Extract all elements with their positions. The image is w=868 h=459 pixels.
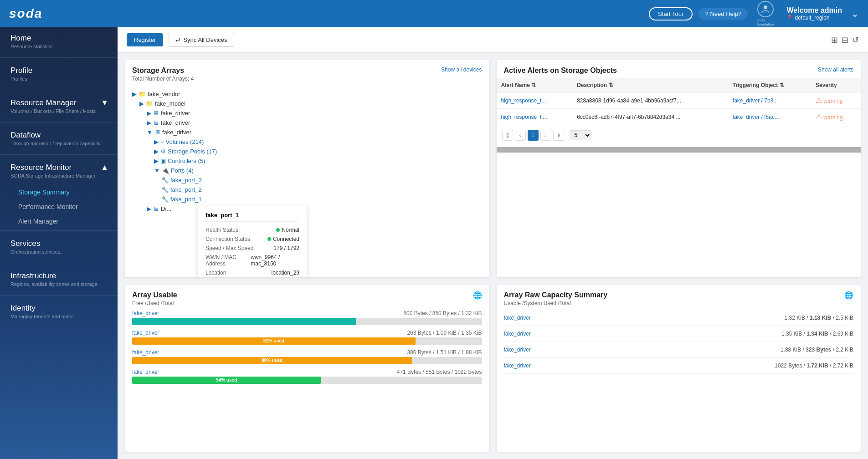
tree-node-port-1[interactable]: 🔧 fake_port_1 (161, 194, 482, 204)
sidebar-item-infrastructure[interactable]: Infrastructure Regions, availability zon… (0, 265, 118, 293)
sync-button[interactable]: ⇄ Sync All Devices (169, 33, 234, 47)
array-raw-capacity-card: Array Raw Capacity Summary Usable /Syste… (497, 285, 861, 452)
controllers-icon: ▣ (160, 158, 166, 164)
refresh-icon[interactable]: ↺ (852, 35, 859, 45)
storage-arrays-title: Storage Arrays (132, 66, 194, 75)
alert-severity-1: ⚠ warning (811, 92, 861, 109)
tooltip-wwn-row: WWN / MAC Address wwn_9964 / mac_8150 (205, 253, 299, 268)
per-page-select[interactable]: 5 10 25 (570, 130, 591, 140)
tree-node-port-3[interactable]: 🔧 fake_port_3 (161, 175, 482, 185)
capacity-driver-2[interactable]: fake_driver (504, 331, 531, 337)
tree-node-controllers[interactable]: ▶ ▣ Controllers (5) (154, 156, 482, 166)
folder-icon: 📁 (146, 100, 153, 107)
tree-node-fake-vendor[interactable]: ▶ 📁 fake_vendor (132, 89, 482, 99)
capacity-size-1: 1.32 KiB / 1.18 KiB / 2.5 KiB (785, 315, 853, 321)
usable-size-2: 263 Bytes / 1.09 KiB / 1.35 KiB (407, 330, 482, 336)
array-raw-capacity-header: Array Raw Capacity Summary Usable /Syste… (497, 285, 861, 310)
storage-arrays-header: Storage Arrays Total Number of Arrays: 4… (125, 60, 489, 86)
tree-node-volumes[interactable]: ▶ ≡ Volumes (214) (154, 137, 482, 147)
device-icon: 🖥 (154, 129, 160, 136)
collapse-icon: ▲ (101, 163, 108, 172)
tooltip-health-row: Health Status: Normal (205, 225, 299, 235)
globe-icon-raw[interactable]: 🌐 (844, 291, 853, 300)
chevron-right-icon: ▶ (154, 138, 159, 145)
alert-trigger-1[interactable]: fake_driver / 7b3... (728, 92, 811, 109)
toolbar: Register ⇄ Sync All Devices ⊞ ⊟ ↺ (118, 27, 868, 53)
tree-node-driver-3[interactable]: ▼ 🖥 fake_driver (147, 128, 482, 137)
alert-trigger-2[interactable]: fake_driver / f6ac... (728, 109, 811, 125)
sidebar-item-storage-summary[interactable]: Storage Summary (9, 185, 118, 199)
alert-name-2[interactable]: high_response_ti... (497, 109, 573, 125)
usable-driver-2[interactable]: fake_driver (132, 330, 159, 336)
tree-node-di[interactable]: ▶ 🖥 Di... (147, 204, 482, 214)
col-alert-name: Alert Name ⇅ (497, 78, 573, 92)
capacity-driver-3[interactable]: fake_driver (504, 347, 531, 353)
storage-arrays-subtitle: Total Number of Arrays: 4 (132, 76, 194, 82)
table-view-icon[interactable]: ⊟ (842, 35, 848, 45)
tree-node-storage-pools[interactable]: ▶ ⚙ Storage Pools (17) (154, 147, 482, 156)
tooltip-title: fake_port_1 (205, 212, 299, 222)
register-button[interactable]: Register (127, 33, 163, 46)
connection-status-dot (267, 237, 271, 241)
alerts-table-header-row: Alert Name ⇅ Description ⇅ Triggering Ob… (497, 78, 861, 92)
divider-3 (0, 122, 118, 122)
alert-row-2: high_response_ti... 6cc0ec6f-ad87-4f97-a… (497, 109, 861, 125)
port-icon: 🔧 (161, 196, 169, 203)
tree-node-port-2[interactable]: 🔧 fake_port_2 (161, 185, 482, 194)
expand-icon: ▼ (101, 98, 108, 107)
globe-icon-usable[interactable]: 🌐 (473, 291, 482, 300)
usable-driver-4[interactable]: fake_driver (132, 369, 159, 375)
divider-6 (0, 263, 118, 263)
user-region: 📍 default_region (786, 15, 842, 21)
col-triggering-object: Triggering Object ⇅ (728, 78, 811, 92)
capacity-driver-4[interactable]: fake_driver (504, 362, 531, 369)
sidebar-item-profile[interactable]: Profile Profiles (0, 60, 118, 88)
user-chevron-icon[interactable]: ⌄ (851, 8, 859, 19)
tree-node-driver-2[interactable]: ▶ 🖥 fake_driver (147, 118, 482, 128)
sidebar-item-dataflow[interactable]: Dataflow Through migration / replication… (0, 124, 118, 153)
sidebar-dataflow-title: Dataflow (10, 131, 108, 140)
progress-bg-2: 81% used (132, 337, 482, 345)
sidebar-item-services[interactable]: Services Orchestration services. (0, 233, 118, 261)
health-status-dot (276, 228, 280, 232)
page-prev-button[interactable]: ‹ (515, 130, 526, 141)
start-tour-button[interactable]: Start Tour (649, 7, 693, 20)
capacity-row-1: fake_driver 1.32 KiB / 1.18 KiB / 2.5 Ki… (504, 310, 854, 326)
array-usable-header: Array Usable Free /Used /Total 🌐 (125, 285, 489, 310)
usable-driver-1[interactable]: fake_driver (132, 310, 159, 316)
storage-arrays-tree: ▶ 📁 fake_vendor ▶ 📁 fake_model (125, 86, 489, 217)
sync-icon: ⇄ (175, 36, 180, 43)
sidebar-rm-subtitle: Volumes / Buckets / File Share / Hosts (10, 108, 108, 114)
page-first-button[interactable]: ⟪ (502, 130, 513, 141)
sidebar-item-resource-manager[interactable]: Resource Manager ▼ Volumes / Buckets / F… (0, 92, 118, 120)
page-last-button[interactable]: ⟫ (553, 130, 564, 141)
sidebar-rm-title: Resource Manager ▼ (10, 98, 108, 107)
port-icon: 🔧 (161, 186, 169, 193)
usable-size-4: 471 Bytes / 551 Bytes / 1022 Bytes (397, 369, 482, 375)
device-icon: 🖥 (153, 110, 159, 117)
tooltip-connection-row: Connection Status: Connected (205, 235, 299, 244)
page-next-button[interactable]: › (540, 130, 551, 141)
show-all-devices-link[interactable]: Show all devices (441, 66, 482, 73)
tree-node-driver-1[interactable]: ▶ 🖥 fake_driver (147, 108, 482, 118)
grid-view-icon[interactable]: ⊞ (831, 35, 838, 45)
page-1-button[interactable]: 1 (528, 130, 539, 141)
sidebar-item-home[interactable]: Home Resource statistics (0, 27, 118, 56)
capacity-driver-1[interactable]: fake_driver (504, 315, 531, 321)
sidebar-item-performance-monitor[interactable]: Performance Monitor (9, 199, 118, 214)
sidebar-infra-subtitle: Regions, availability zones and storage (10, 281, 108, 287)
show-all-alerts-link[interactable]: Show all alerts (818, 66, 853, 73)
usable-driver-3[interactable]: fake_driver (132, 349, 159, 356)
tree-node-ports[interactable]: ▼ 🔌 Ports (4) (154, 166, 482, 175)
capacity-rows: fake_driver 1.32 KiB / 1.18 KiB / 2.5 Ki… (497, 310, 861, 377)
capacity-row-3: fake_driver 1.88 KiB / 323 Bytes / 2.2 K… (504, 342, 854, 358)
need-help-button[interactable]: ? Need Help? (698, 8, 748, 20)
sidebar-item-alert-manager[interactable]: Alert Manager (9, 214, 118, 229)
active-alerts-card: Active Alerts on Storage Objects Show al… (497, 60, 861, 277)
sidebar-item-identity[interactable]: Identity Managing tenants and users (0, 297, 118, 326)
sidebar-item-resource-monitor[interactable]: Resource Monitor ▲ SODA Storage Infrastr… (0, 157, 118, 185)
tree-node-fake-model[interactable]: ▶ 📁 fake_model (139, 99, 482, 108)
col-description: Description ⇅ (572, 78, 728, 92)
capacity-row-2: fake_driver 1.35 KiB / 1.34 KiB / 2.69 K… (504, 326, 854, 342)
alert-name-1[interactable]: high_response_ti... (497, 92, 573, 109)
